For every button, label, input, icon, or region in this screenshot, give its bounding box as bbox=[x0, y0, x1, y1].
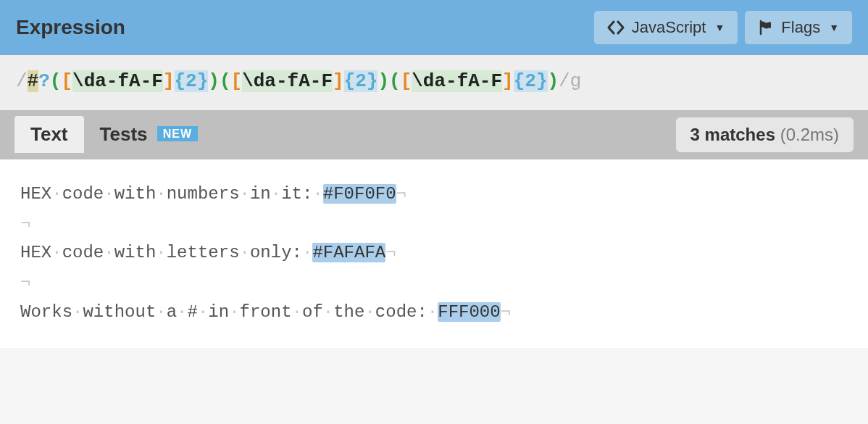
tok-group-open: ( bbox=[220, 70, 231, 92]
tok-esc-d: \d bbox=[72, 70, 95, 92]
tab-tests-label: Tests bbox=[100, 123, 148, 145]
test-line: ¬ bbox=[20, 268, 848, 298]
match-highlight: #FAFAFA bbox=[312, 243, 385, 262]
whitespace-dot: · bbox=[302, 243, 312, 262]
tok-set-close: ] bbox=[502, 70, 514, 92]
flags-button[interactable]: Flags ▼ bbox=[745, 11, 852, 44]
new-badge: NEW bbox=[157, 126, 198, 141]
regex-flags: g bbox=[570, 70, 582, 92]
whitespace-dot: · bbox=[271, 184, 281, 204]
whitespace-dot: · bbox=[240, 184, 250, 204]
whitespace-dot: · bbox=[72, 302, 83, 322]
tok-group-open: ( bbox=[50, 70, 62, 92]
whitespace-dot: · bbox=[364, 302, 375, 322]
tok-quant: {2} bbox=[514, 70, 548, 92]
tok-group-close: ) bbox=[377, 70, 389, 92]
tab-text[interactable]: Text bbox=[14, 116, 84, 153]
whitespace-dot: · bbox=[240, 243, 250, 262]
tok-esc-d: \d bbox=[412, 70, 434, 92]
whitespace-dot: · bbox=[156, 302, 166, 322]
tab-tests[interactable]: Tests NEW bbox=[84, 116, 214, 153]
whitespace-dot: · bbox=[198, 302, 208, 322]
eol-marker: ¬ bbox=[20, 214, 30, 233]
match-highlight: FFF000 bbox=[438, 302, 500, 322]
eol-marker: ¬ bbox=[20, 273, 30, 292]
test-line: HEX·code·with·letters·only:·#FAFAFA¬ bbox=[20, 238, 848, 268]
header-bar: Expression JavaScript ▼ Flags ▼ bbox=[0, 0, 868, 55]
test-line: Works·without·a·#·in·front·of·the·code:·… bbox=[20, 298, 848, 328]
whitespace-dot: · bbox=[177, 302, 187, 322]
tok-quant: {2} bbox=[175, 70, 209, 92]
tok-set-close: ] bbox=[163, 70, 175, 92]
page-title: Expression bbox=[16, 16, 125, 39]
tok-esc-d: \d bbox=[242, 70, 264, 92]
test-line: ¬ bbox=[20, 209, 848, 239]
chevron-down-icon: ▼ bbox=[829, 22, 839, 33]
flavor-label: JavaScript bbox=[632, 18, 706, 37]
tok-group-close: ) bbox=[548, 70, 559, 92]
tabs: Text Tests NEW bbox=[14, 116, 214, 153]
tok-range-af: a-f bbox=[434, 70, 468, 92]
tok-set-open: [ bbox=[401, 70, 412, 92]
whitespace-dot: · bbox=[156, 243, 166, 262]
eol-marker: ¬ bbox=[385, 243, 396, 262]
whitespace-dot: · bbox=[104, 243, 114, 262]
code-icon bbox=[607, 20, 625, 35]
header-buttons: JavaScript ▼ Flags ▼ bbox=[594, 11, 852, 44]
tok-group-close: ) bbox=[208, 70, 220, 92]
tok-range-af: a-f bbox=[264, 70, 299, 92]
eol-marker: ¬ bbox=[396, 184, 406, 204]
tok-range-AF: A-F bbox=[299, 70, 333, 92]
flag-icon bbox=[758, 20, 774, 36]
test-input[interactable]: HEX·code·with·numbers·in·it:·#F0F0F0¬¬HE… bbox=[0, 159, 868, 348]
regex-open-delim: / bbox=[16, 70, 28, 92]
whitespace-dot: · bbox=[229, 302, 239, 322]
tok-set-close: ] bbox=[333, 70, 344, 92]
tok-literal-hash: # bbox=[28, 70, 39, 92]
tok-optional: ? bbox=[38, 70, 50, 92]
tok-set-open: [ bbox=[231, 70, 243, 92]
whitespace-dot: · bbox=[51, 184, 62, 204]
whitespace-dot: · bbox=[427, 302, 438, 322]
whitespace-dot: · bbox=[292, 302, 302, 322]
whitespace-dot: · bbox=[156, 184, 166, 204]
whitespace-dot: · bbox=[323, 302, 333, 322]
flavor-button[interactable]: JavaScript ▼ bbox=[594, 11, 738, 44]
tok-range-af: a-f bbox=[95, 70, 129, 92]
tok-range-AF: A-F bbox=[129, 70, 163, 92]
chevron-down-icon: ▼ bbox=[714, 22, 725, 33]
expression-input[interactable]: /#?([\da-fA-F]{2})([\da-fA-F]{2})([\da-f… bbox=[0, 55, 868, 110]
whitespace-dot: · bbox=[51, 243, 62, 262]
tok-quant: {2} bbox=[344, 70, 378, 92]
tok-group-open: ( bbox=[389, 70, 401, 92]
match-count: 3 matches bbox=[690, 125, 775, 144]
eol-marker: ¬ bbox=[501, 302, 511, 322]
match-highlight: #F0F0F0 bbox=[323, 184, 396, 204]
whitespace-dot: · bbox=[104, 184, 114, 204]
match-timing: (0.2ms) bbox=[780, 125, 839, 144]
tab-bar: Text Tests NEW 3 matches (0.2ms) bbox=[0, 110, 868, 159]
regex-close-delim: / bbox=[559, 70, 570, 92]
tok-set-open: [ bbox=[61, 70, 72, 92]
whitespace-dot: · bbox=[312, 184, 322, 204]
test-line: HEX·code·with·numbers·in·it:·#F0F0F0¬ bbox=[20, 180, 848, 209]
match-summary[interactable]: 3 matches (0.2ms) bbox=[676, 117, 854, 152]
flags-label: Flags bbox=[781, 18, 820, 37]
tok-range-AF: A-F bbox=[468, 70, 502, 92]
